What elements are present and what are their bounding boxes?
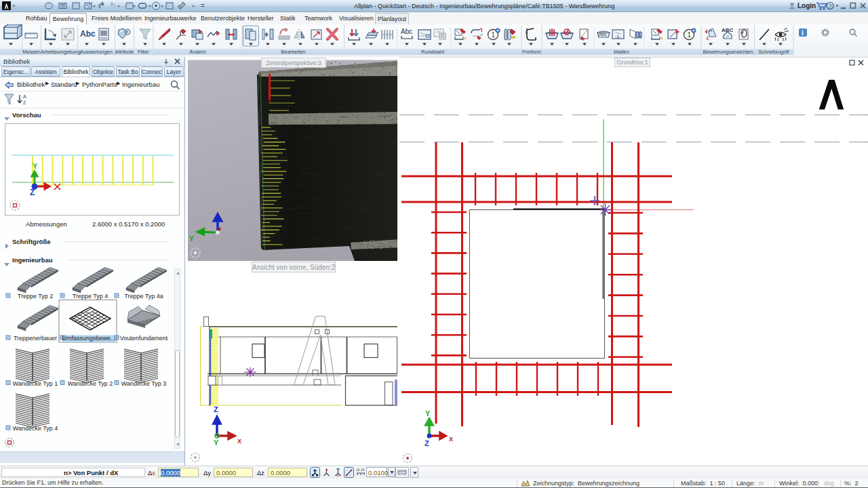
- svg-text:Wandecke Typ 3: Wandecke Typ 3: [121, 380, 167, 387]
- svg-text:-1-: -1-: [615, 34, 621, 39]
- svg-text:Umfassungsbewe...: Umfassungsbewe...: [62, 335, 115, 342]
- svg-text:Z: Z: [30, 188, 35, 197]
- svg-text:Treppenerbauer: Treppenerbauer: [14, 335, 57, 342]
- svg-text:x: x: [237, 436, 242, 445]
- svg-text:1: 1: [492, 31, 496, 39]
- svg-text:?: ?: [829, 3, 832, 9]
- svg-text:Abc: Abc: [80, 29, 96, 39]
- svg-text:Wandecke Typ 2: Wandecke Typ 2: [68, 380, 113, 387]
- svg-text:Y: Y: [214, 439, 219, 447]
- svg-text:Login: Login: [797, 2, 816, 9]
- svg-text:Z: Z: [23, 100, 26, 105]
- svg-text:Y: Y: [33, 162, 38, 170]
- svg-text:Z: Z: [214, 405, 218, 413]
- svg-text:Y: Y: [425, 409, 431, 418]
- svg-text:1: 1: [688, 31, 692, 39]
- svg-text:Wandecke Typ 4: Wandecke Typ 4: [13, 425, 58, 432]
- svg-text:10 20: 10 20: [356, 468, 365, 472]
- svg-text:x: x: [449, 434, 454, 443]
- svg-text:i: i: [802, 29, 804, 37]
- svg-text:=: =: [201, 2, 205, 9]
- svg-text:Treppe Typ 4a: Treppe Typ 4a: [124, 293, 163, 300]
- svg-text:Treppe Typ 4: Treppe Typ 4: [73, 293, 108, 300]
- svg-text:Abc: Abc: [599, 32, 608, 37]
- svg-text:A: A: [23, 94, 26, 99]
- svg-text:Z: Z: [425, 439, 429, 447]
- svg-text:Wandecke Typ 1: Wandecke Typ 1: [13, 380, 58, 387]
- svg-text:Abc: Abc: [401, 28, 412, 35]
- svg-text:Treppe Typ 2: Treppe Typ 2: [18, 293, 54, 300]
- svg-text:Voutenfundament: Voutenfundament: [120, 335, 168, 342]
- svg-text:Y: Y: [189, 235, 194, 243]
